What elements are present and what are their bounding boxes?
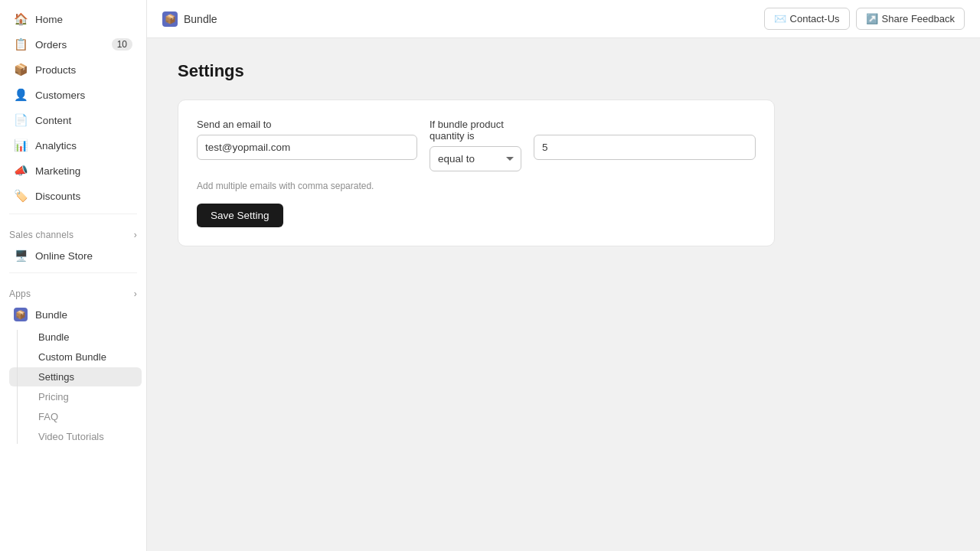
sidebar-item-home-label: Home xyxy=(35,14,63,25)
condition-select[interactable]: equal to greater than less than xyxy=(430,146,521,171)
apps-header: Apps › xyxy=(0,278,146,302)
contact-us-icon: ✉️ xyxy=(774,13,786,24)
sidebar-item-orders-label: Orders xyxy=(35,39,67,51)
sidebar-item-marketing-label: Marketing xyxy=(35,165,80,177)
sidebar-item-video-tutorials[interactable]: Video Tutorials xyxy=(9,427,142,446)
sidebar-item-faq[interactable]: FAQ xyxy=(9,407,142,426)
sidebar-item-pricing[interactable]: Pricing xyxy=(9,387,142,406)
customers-icon: 👤 xyxy=(14,88,28,102)
quantity-form-group xyxy=(534,119,756,160)
home-icon: 🏠 xyxy=(14,12,28,26)
sidebar-item-orders[interactable]: 📋 Orders 10 xyxy=(5,32,142,57)
sidebar-item-settings[interactable]: Settings xyxy=(9,367,142,386)
quantity-spacer-label xyxy=(534,119,756,130)
main-content: 📦 Bundle ✉️ Contact-Us ↗️ Share Feedback… xyxy=(147,0,980,551)
settings-content: Settings Send an email to If bundle prod… xyxy=(147,38,980,551)
share-feedback-button[interactable]: ↗️ Share Feedback xyxy=(856,8,965,30)
bundle-app-icon: 📦 xyxy=(14,308,28,321)
sidebar-item-bundle-parent[interactable]: 📦 Bundle xyxy=(5,303,142,326)
settings-card: Send an email to If bundle product quant… xyxy=(178,99,775,246)
faq-label: FAQ xyxy=(38,411,58,422)
email-form-group: Send an email to xyxy=(197,119,417,160)
page-title: Settings xyxy=(178,61,949,81)
custom-bundle-label: Custom Bundle xyxy=(38,351,106,363)
sidebar: 🏠 Home 📋 Orders 10 📦 Products 👤 Customer… xyxy=(0,0,147,551)
sidebar-item-analytics[interactable]: 📊 Analytics xyxy=(5,133,142,158)
sidebar-item-home[interactable]: 🏠 Home xyxy=(5,7,142,31)
products-icon: 📦 xyxy=(14,63,28,77)
analytics-icon: 📊 xyxy=(14,139,28,152)
online-store-icon: 🖥️ xyxy=(14,249,28,262)
apps-label: Apps xyxy=(9,289,31,299)
sidebar-item-discounts-label: Discounts xyxy=(35,191,80,202)
sidebar-divider-2 xyxy=(9,272,137,273)
sidebar-item-analytics-label: Analytics xyxy=(35,140,77,152)
sidebar-item-online-store[interactable]: 🖥️ Online Store xyxy=(5,244,142,267)
settings-form-row: Send an email to If bundle product quant… xyxy=(197,119,756,171)
sidebar-item-customers-label: Customers xyxy=(35,90,85,101)
topbar-actions: ✉️ Contact-Us ↗️ Share Feedback xyxy=(764,8,965,30)
contact-us-button[interactable]: ✉️ Contact-Us xyxy=(764,8,850,30)
sidebar-item-content[interactable]: 📄 Content xyxy=(5,108,142,132)
online-store-label: Online Store xyxy=(35,250,93,262)
orders-icon: 📋 xyxy=(14,37,28,51)
marketing-icon: 📣 xyxy=(14,164,28,178)
bundle-parent-label: Bundle xyxy=(35,309,67,321)
share-feedback-label: Share Feedback xyxy=(882,13,955,24)
sidebar-item-custom-bundle[interactable]: Custom Bundle xyxy=(9,347,142,367)
sidebar-item-bundle[interactable]: Bundle xyxy=(9,328,142,347)
email-label: Send an email to xyxy=(197,119,417,130)
bundle-sub-items: Bundle Custom Bundle Settings Pricing FA… xyxy=(0,327,146,447)
email-input[interactable] xyxy=(197,135,417,160)
topbar-bundle-title: Bundle xyxy=(184,13,217,25)
content-icon: 📄 xyxy=(14,113,28,127)
sales-channels-chevron-icon: › xyxy=(134,230,137,240)
sales-channels-header: Sales channels › xyxy=(0,219,146,243)
condition-form-group: If bundle product quantity is equal to g… xyxy=(430,119,521,171)
orders-badge: 10 xyxy=(112,38,132,51)
sidebar-item-products[interactable]: 📦 Products xyxy=(5,57,142,82)
sidebar-item-content-label: Content xyxy=(35,115,71,126)
pricing-label: Pricing xyxy=(38,391,69,403)
email-hint: Add multiple emails with comma separated… xyxy=(197,181,756,191)
save-setting-button[interactable]: Save Setting xyxy=(197,204,283,227)
sidebar-item-customers[interactable]: 👤 Customers xyxy=(5,83,142,107)
video-tutorials-label: Video Tutorials xyxy=(38,431,104,442)
topbar: 📦 Bundle ✉️ Contact-Us ↗️ Share Feedback xyxy=(147,0,980,38)
topbar-bundle-icon: 📦 xyxy=(162,11,178,27)
bundle-sub-label: Bundle xyxy=(38,331,69,343)
share-feedback-icon: ↗️ xyxy=(866,13,878,24)
apps-chevron-icon: › xyxy=(134,289,137,299)
quantity-condition-label: If bundle product quantity is xyxy=(430,119,521,142)
sidebar-divider-1 xyxy=(9,214,137,214)
quantity-input[interactable] xyxy=(534,135,756,160)
sales-channels-label: Sales channels xyxy=(9,230,74,240)
sidebar-item-marketing[interactable]: 📣 Marketing xyxy=(5,158,142,183)
contact-us-label: Contact-Us xyxy=(790,13,840,24)
discounts-icon: 🏷️ xyxy=(14,189,28,203)
settings-label: Settings xyxy=(38,371,74,383)
sidebar-item-discounts[interactable]: 🏷️ Discounts xyxy=(5,184,142,208)
sidebar-item-products-label: Products xyxy=(35,64,76,76)
